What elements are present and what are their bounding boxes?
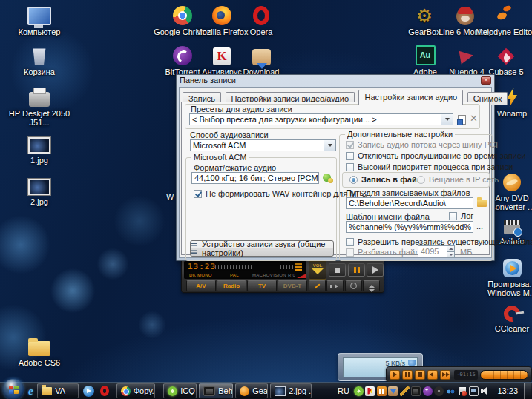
desktop-icon-adobe-cs6-folder[interactable]: Adobe CS6	[8, 334, 70, 367]
rewind-icon	[430, 372, 433, 377]
icq-icon[interactable]	[354, 386, 364, 396]
show-desktop-button[interactable]	[524, 383, 531, 399]
split-size-stepper[interactable]	[447, 245, 455, 258]
desktop-icon-cubase[interactable]: Cubase 5	[475, 43, 532, 76]
broadcast-radio-row[interactable]: Вещание в IP сеть	[417, 175, 499, 184]
wrench-icon	[314, 283, 320, 288]
path-field[interactable]: C:\Beholder\Record\Audio\	[346, 197, 473, 209]
close-button[interactable]	[481, 76, 491, 85]
desktop-icon-printer[interactable]: HP Deskjet 2050 J51...	[8, 85, 70, 127]
pause-icon[interactable]	[377, 386, 387, 396]
player-timer: -01:15	[454, 370, 478, 380]
tv-scheduler-button[interactable]	[345, 280, 362, 291]
network-icon[interactable]	[469, 386, 479, 396]
tv-vol-button[interactable]: VOL	[309, 261, 326, 280]
format-field[interactable]: 44,100 кГц; 16 бит; Стерео [PCM]	[191, 172, 319, 184]
tv-settings-button[interactable]	[309, 280, 326, 291]
desktop-icon-recycle-bin[interactable]: Корзина	[8, 43, 70, 76]
start-button[interactable]	[3, 379, 24, 399]
tv-mode-tv-button[interactable]: TV	[247, 280, 277, 291]
taskbar-button-forum[interactable]: Фору...	[116, 383, 155, 398]
delete-preset-button[interactable]: ✕	[470, 114, 478, 123]
taskbar-button-2jpg[interactable]: 2.jpg ...	[270, 383, 312, 398]
taskbar-button-icq[interactable]: ICQ	[163, 383, 197, 398]
stylus-icon[interactable]	[400, 386, 410, 396]
sound-device-button[interactable]: Устройство записи звука (общие настройки…	[190, 240, 334, 257]
player-play-button[interactable]	[390, 370, 400, 380]
desktop-icon-computer[interactable]: Компьютер	[8, 3, 70, 36]
player-forward-button[interactable]	[440, 370, 450, 380]
desktop-icon-ccleaner[interactable]: CCleaner	[481, 300, 532, 333]
download-master-icon[interactable]	[388, 386, 398, 396]
bittorrent-icon[interactable]	[423, 386, 433, 396]
template-more-button[interactable]: ...	[476, 222, 483, 231]
volume-icon[interactable]	[480, 386, 490, 396]
vol-label: VOL	[309, 263, 326, 268]
binoculars-icon[interactable]	[446, 386, 456, 396]
tv-mode-dvbt-button[interactable]: DVB-T	[278, 280, 307, 291]
desktop-icon-melodyne[interactable]: Melodyne Editor	[474, 3, 532, 36]
desktop-icon-1jpg[interactable]: 1.jpg	[8, 131, 70, 165]
log-checkbox-label: Лог	[461, 211, 473, 220]
spin-down-icon[interactable]	[447, 251, 455, 258]
tv-mode-av-button[interactable]: A/V	[186, 280, 216, 291]
tv-pause-button[interactable]	[348, 263, 365, 277]
radio-selected[interactable]	[349, 176, 358, 184]
desktop-icon-opera[interactable]: Opera	[230, 3, 292, 36]
save-preset-button[interactable]	[458, 115, 466, 125]
kaspersky-alert-icon[interactable]	[365, 386, 375, 396]
priority-checkbox-row[interactable]: Высокий приоритет процесса при записи	[346, 162, 513, 171]
tv-mode-radio-button[interactable]: Radio	[217, 280, 246, 291]
tv-status-macrovision: MACROVISION	[252, 273, 286, 277]
template-field[interactable]: %channel% (%yy%%mm%%dd%-%hh%%nn%	[346, 221, 473, 233]
behold-tv-panel[interactable]: 13:23 DK MONO PAL MACROVISION R 0 VOL A/…	[181, 259, 384, 293]
pinned-wmp[interactable]	[83, 386, 94, 397]
computer-icon	[27, 7, 51, 25]
disc-icon[interactable]	[434, 386, 444, 396]
pci-checkbox-row[interactable]: Запись аудио потока через шину PCI	[346, 140, 498, 149]
player-stop-button[interactable]	[415, 370, 425, 380]
split-size-field[interactable]: 4095	[418, 245, 447, 257]
tab-audio-settings[interactable]: Настройки записи аудио	[358, 90, 463, 105]
taskbar-clock[interactable]: 13:23	[497, 386, 518, 395]
spin-up-icon[interactable]	[447, 245, 455, 251]
desktop-icon-download[interactable]: Download	[230, 43, 292, 76]
checkbox-unchecked[interactable]	[346, 238, 354, 246]
checkbox-unchecked[interactable]	[449, 212, 457, 220]
desktop-icon-windows-media-player[interactable]: Проигрыва... Windows M...	[481, 255, 532, 297]
presets-label: Пресеты для аудио записи	[191, 105, 292, 113]
tv-channel-updown-button[interactable]	[363, 280, 380, 291]
recording-panel-dialog: Панель записи Запись Настройки записи ви…	[176, 74, 495, 261]
tv-play-button[interactable]	[367, 263, 384, 277]
taskbar-button-behold[interactable]: Beho...	[199, 383, 233, 398]
browse-folder-button[interactable]	[477, 200, 487, 207]
taskbar-button-va[interactable]: VA	[37, 383, 79, 398]
tv-stop-button[interactable]	[329, 263, 346, 277]
taskbar-button-gearbox[interactable]: Gear...	[235, 383, 268, 398]
monkey-icon	[456, 7, 474, 25]
player-rewind-button[interactable]	[427, 370, 438, 380]
record-to-file-radio-row[interactable]: Запись в файл	[349, 175, 422, 184]
language-indicator[interactable]: RU	[338, 386, 349, 395]
player-progress-bar[interactable]	[480, 370, 528, 380]
log-checkbox-row[interactable]: Лог	[449, 211, 473, 220]
checkbox-checked[interactable]	[194, 190, 202, 198]
action-center-flag-icon[interactable]	[457, 386, 467, 396]
format-select-button[interactable]	[323, 174, 331, 182]
checkbox-unchecked[interactable]	[346, 163, 354, 171]
behold-tv-icon[interactable]	[411, 386, 421, 396]
preset-combobox[interactable]: < Выбор пресета для загрузки конфигураци…	[189, 113, 453, 125]
pinned-opera[interactable]	[100, 386, 109, 396]
dropdown-arrow-icon[interactable]	[324, 140, 335, 151]
device-icon	[191, 243, 197, 254]
mute-checkbox-row[interactable]: Отключать прослушивание во время записи	[346, 151, 526, 160]
tv-volume-bars	[295, 263, 302, 271]
dialog-titlebar[interactable]: Панель записи	[177, 75, 494, 87]
checkbox-unchecked[interactable]	[346, 152, 354, 160]
player-pause-button[interactable]	[402, 370, 413, 380]
pinned-ie[interactable]: e	[28, 386, 33, 397]
tv-swap-button[interactable]	[326, 280, 344, 291]
dropdown-arrow-icon[interactable]	[441, 114, 453, 125]
method-combobox[interactable]: Microsoft ACM	[190, 139, 336, 151]
desktop-icon-2jpg[interactable]: 2.jpg	[8, 173, 70, 206]
